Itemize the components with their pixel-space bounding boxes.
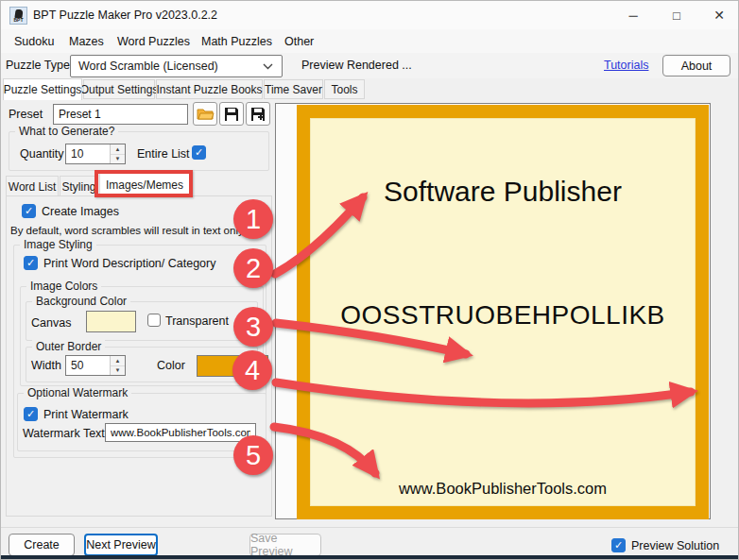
puzzle-type-label: Puzzle Type (6, 59, 70, 72)
tab-puzzle-settings[interactable]: Puzzle Settings (3, 78, 82, 100)
save-preset-as-button[interactable] (246, 102, 270, 126)
annotation-circle-2: 2 (233, 248, 273, 288)
quantity-label: Quantity (20, 147, 64, 161)
folder-open-icon (197, 107, 215, 121)
images-memes-highlight-rect (95, 170, 193, 197)
puzzle-type-value: Word Scramble (Licensed) (78, 59, 218, 73)
preset-label: Preset (9, 108, 43, 121)
title-bar: BPT BPT Puzzle Maker Pro v2023.0.2.2 ─ □… (1, 1, 739, 29)
minimize-icon: ─ (628, 8, 637, 23)
create-button[interactable]: Create (9, 534, 75, 556)
watermark-text-input[interactable] (105, 423, 256, 442)
border-color-label: Color (157, 359, 185, 372)
create-images-note: By default, word scrambles will result i… (10, 225, 244, 236)
tutorials-link[interactable]: Tutorials (604, 59, 648, 72)
save-icon (224, 107, 239, 122)
border-width-stepper[interactable]: 50 ▲▼ (65, 355, 126, 376)
transparent-label: Transparent (165, 314, 229, 328)
menu-other[interactable]: Other (281, 33, 318, 50)
maximize-button[interactable]: □ (655, 1, 698, 29)
preview-panel: Software Publisher OOSSTRUOBEHPOLLIKB ww… (275, 103, 711, 519)
image-colors-title: Image Colors (26, 280, 101, 293)
preview-description-text: Software Publisher (311, 176, 695, 208)
print-word-description-checkbox[interactable] (24, 256, 38, 270)
optional-watermark-group: Optional Watermark (17, 393, 266, 451)
entire-list-checkbox[interactable] (192, 145, 206, 160)
main-tab-strip: Puzzle Settings Output Settings Instant … (1, 78, 739, 100)
menu-word-puzzles[interactable]: Word Puzzles (113, 33, 194, 50)
annotation-circle-3: 3 (233, 307, 273, 347)
optional-watermark-title: Optional Watermark (24, 386, 131, 399)
save-preset-button[interactable] (219, 102, 244, 126)
print-word-description-label: Print Word Description/ Category (43, 257, 215, 270)
preview-watermark-text: www.BookPublisherTools.com (311, 480, 695, 498)
app-window: BPT BPT Puzzle Maker Pro v2023.0.2.2 ─ □… (0, 0, 739, 560)
menu-bar: Sudoku Mazes Word Puzzles Math Puzzles O… (1, 29, 739, 53)
next-preview-button[interactable]: Next Preview (84, 534, 158, 556)
tab-styling[interactable]: Styling (60, 176, 98, 197)
menu-math-puzzles[interactable]: Math Puzzles (198, 33, 276, 50)
preview-solution-label: Preview Solution (631, 539, 719, 552)
quantity-value: 10 (66, 144, 110, 163)
preview-solution-checkbox[interactable] (611, 538, 626, 552)
spin-up-icon[interactable]: ▲ (111, 144, 125, 155)
footer-bar: Create Next Preview Save Preview Preview… (1, 527, 739, 557)
annotation-circle-5: 5 (233, 435, 273, 475)
close-icon: ✕ (713, 8, 725, 23)
canvas-label: Canvas (31, 316, 71, 330)
preview-canvas: Software Publisher OOSSTRUOBEHPOLLIKB ww… (310, 118, 696, 506)
spin-down-icon[interactable]: ▼ (111, 155, 125, 164)
annotation-circle-4: 4 (232, 350, 272, 390)
menu-mazes[interactable]: Mazes (65, 33, 108, 50)
close-button[interactable]: ✕ (698, 1, 739, 29)
puzzle-type-select[interactable]: Word Scramble (Licensed) (70, 55, 283, 77)
preview-scramble-text: OOSSTRUOBEHPOLLIKB (311, 300, 695, 331)
save-as-icon (250, 107, 266, 122)
watermark-text-label: Watermark Text: (23, 427, 108, 440)
preset-input[interactable] (53, 104, 188, 125)
spin-up-icon[interactable]: ▲ (111, 356, 125, 366)
tab-time-saver[interactable]: Time Saver (264, 79, 323, 99)
tab-output-settings[interactable]: Output Settings (83, 79, 155, 99)
print-watermark-label: Print Watermark (43, 408, 129, 421)
minimize-button[interactable]: ─ (611, 1, 655, 29)
open-preset-button[interactable] (193, 102, 217, 126)
create-images-label: Create Images (42, 205, 119, 218)
preview-image: Software Publisher OOSSTRUOBEHPOLLIKB ww… (297, 105, 709, 519)
border-width-label: Width (31, 359, 61, 372)
border-width-value: 50 (66, 356, 110, 375)
create-images-checkbox[interactable] (22, 204, 36, 218)
quantity-stepper[interactable]: 10 ▲▼ (65, 144, 126, 164)
outer-border-title: Outer Border (32, 340, 105, 353)
tab-instant-puzzle-books[interactable]: Instant Puzzle Books (156, 79, 263, 99)
tab-tools[interactable]: Tools (324, 79, 365, 99)
what-to-generate-title: What to Generate? (15, 125, 118, 138)
app-logo-icon: BPT (9, 7, 27, 25)
print-watermark-checkbox[interactable] (24, 407, 38, 421)
chevron-down-icon (263, 63, 273, 70)
entire-list-label: Entire List (137, 147, 190, 161)
maximize-icon: □ (673, 8, 680, 23)
canvas-color-swatch[interactable] (86, 311, 136, 332)
annotation-circle-1: 1 (233, 199, 273, 239)
window-bottom-edge (1, 555, 739, 559)
toolbar-row: Puzzle Type Word Scramble (Licensed) Pre… (1, 53, 739, 78)
save-preview-button[interactable]: Save Preview (249, 534, 321, 556)
image-styling-title: Image Styling (20, 238, 96, 251)
preview-rendered-status: Preview Rendered ... (301, 59, 412, 72)
spin-down-icon[interactable]: ▼ (111, 366, 125, 376)
window-title: BPT Puzzle Maker Pro v2023.0.2.2 (33, 8, 217, 22)
about-button[interactable]: About (662, 55, 730, 76)
background-color-title: Background Color (32, 295, 130, 308)
transparent-checkbox[interactable] (147, 314, 161, 327)
tab-word-list[interactable]: Word List (6, 176, 59, 197)
menu-sudoku[interactable]: Sudoku (10, 33, 58, 50)
